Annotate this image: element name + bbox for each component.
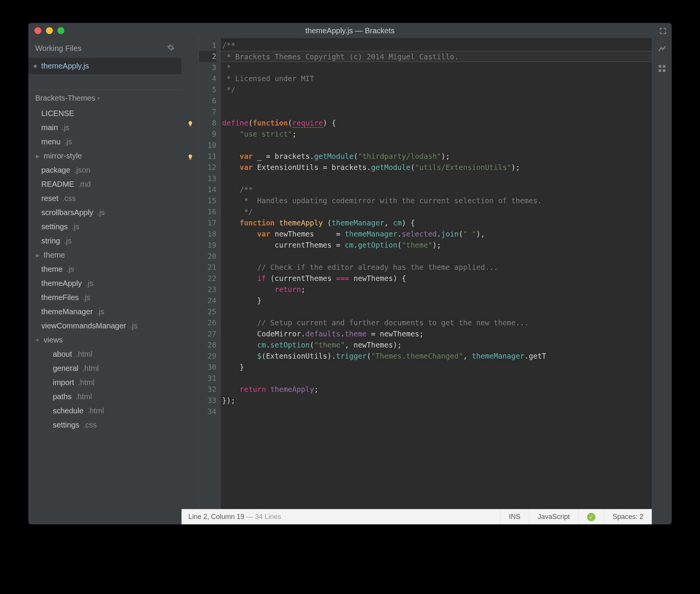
gear-icon[interactable] (167, 44, 175, 53)
modified-dot-icon (34, 65, 37, 68)
window-title: themeApply.js — Brackets (28, 26, 672, 35)
check-icon: ✓ (587, 513, 595, 521)
file-item[interactable]: themeApply.js (28, 276, 182, 290)
file-item[interactable]: theme.js (28, 262, 182, 276)
file-tree[interactable]: LICENSEmain.jsmenu.js▶ mirror-stylepacka… (28, 106, 182, 524)
file-item[interactable]: viewCommandsManager.js (28, 319, 182, 333)
extension-manager-icon[interactable] (657, 64, 667, 75)
indent-settings[interactable]: Spaces: 2 (604, 509, 652, 524)
working-file-item[interactable]: themeApply.js (28, 58, 182, 74)
file-item[interactable]: general.html (28, 361, 182, 375)
editor-area: 1234567891011121314151617181920212223242… (182, 38, 652, 524)
folder-item[interactable]: ▶ theme (28, 248, 182, 262)
file-item[interactable]: README.md (28, 177, 182, 191)
cursor-position[interactable]: Line 2, Column 19 — 34 Lines (182, 513, 500, 521)
code-editor[interactable]: 1234567891011121314151617181920212223242… (182, 38, 652, 509)
file-item[interactable]: about.html (28, 347, 182, 361)
titlebar: themeApply.js — Brackets (28, 23, 672, 38)
file-item[interactable]: settings.css (28, 418, 182, 432)
chevron-down-icon: ▾ (98, 96, 100, 100)
sidebar: Working Files themeApply.js Brackets-The… (28, 38, 182, 524)
main-area: Working Files themeApply.js Brackets-The… (28, 38, 672, 524)
file-item[interactable]: reset.css (28, 191, 182, 206)
live-preview-icon[interactable] (657, 44, 667, 55)
disclosure-triangle-icon: ▼ (35, 338, 40, 343)
insert-mode[interactable]: INS (500, 509, 529, 524)
project-name: Brackets-Themes (35, 94, 95, 103)
lightbulb-icon[interactable] (187, 153, 195, 160)
lint-status[interactable]: ✓ (578, 509, 604, 524)
folder-item[interactable]: ▼ views (28, 333, 182, 347)
marker-gutter (182, 38, 199, 509)
disclosure-triangle-icon: ▶ (35, 153, 40, 159)
right-toolbar (652, 38, 672, 524)
file-item[interactable]: settings.js (28, 220, 182, 234)
file-item[interactable]: themeFiles.js (28, 290, 182, 305)
file-item[interactable]: scrollbarsApply.js (28, 206, 182, 220)
file-item[interactable]: menu.js (28, 135, 182, 149)
project-header[interactable]: Brackets-Themes ▾ (28, 90, 182, 106)
fullscreen-icon[interactable] (659, 28, 666, 36)
application-window: themeApply.js — Brackets Working Files t… (28, 23, 672, 524)
working-files-label: Working Files (35, 44, 82, 53)
file-item[interactable]: LICENSE (28, 106, 182, 121)
language-mode[interactable]: JavaScript (529, 509, 578, 524)
disclosure-triangle-icon: ▶ (35, 253, 40, 258)
folder-item[interactable]: ▶ mirror-style (28, 149, 182, 163)
file-item[interactable]: paths.html (28, 390, 182, 404)
file-item[interactable]: string.js (28, 234, 182, 248)
file-item[interactable]: schedule.html (28, 404, 182, 418)
line-number-gutter[interactable]: 1234567891011121314151617181920212223242… (199, 38, 221, 509)
statusbar: Line 2, Column 19 — 34 Lines INS JavaScr… (182, 509, 652, 524)
lightbulb-icon[interactable] (187, 119, 195, 127)
working-files-list: themeApply.js (28, 58, 182, 74)
code-content[interactable]: /** * Brackets Themes Copyright (c) 2014… (221, 38, 652, 509)
file-item[interactable]: package.json (28, 163, 182, 177)
file-item[interactable]: import.html (28, 375, 182, 390)
file-item[interactable]: themeManager.js (28, 305, 182, 319)
working-files-header[interactable]: Working Files (28, 38, 182, 58)
file-item[interactable]: main.js (28, 121, 182, 135)
